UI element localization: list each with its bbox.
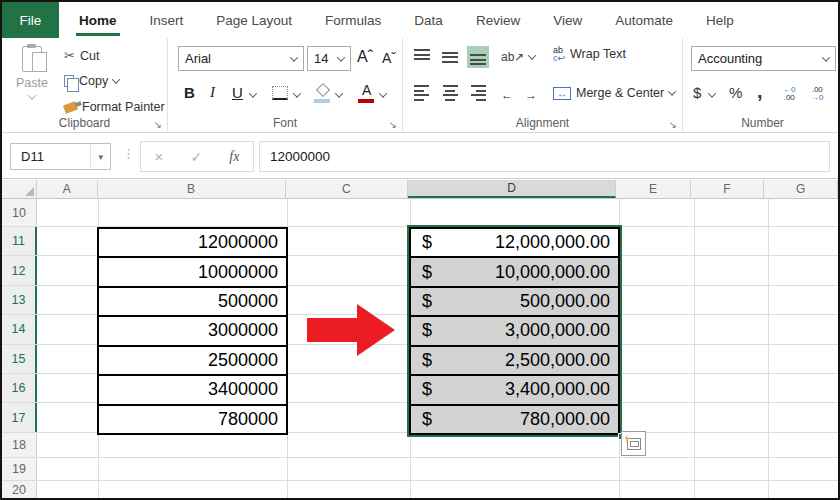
- amount: 3,000,000.00: [505, 320, 610, 341]
- cell-d16[interactable]: $ 3,400,000.00: [411, 376, 618, 405]
- row-header-18[interactable]: 18: [2, 433, 37, 457]
- borders-chevron-icon[interactable]: [293, 89, 301, 97]
- currency-format-button[interactable]: $: [693, 84, 701, 101]
- cell-b11[interactable]: 12000000: [99, 229, 286, 258]
- row-19-cells[interactable]: [37, 458, 838, 480]
- cell-b12[interactable]: 10000000: [99, 258, 286, 287]
- cell-d12[interactable]: $ 10,000,000.00: [411, 258, 618, 287]
- decrease-indent-button[interactable]: ←: [501, 88, 513, 102]
- tab-review[interactable]: Review: [463, 2, 533, 38]
- currency-symbol: $: [422, 291, 432, 312]
- tab-view[interactable]: View: [540, 2, 595, 38]
- confirm-entry-icon[interactable]: ✓: [190, 149, 202, 165]
- font-dialog-launcher[interactable]: ↘: [389, 119, 397, 130]
- cell-b17[interactable]: 780000: [99, 406, 286, 433]
- row-header-13[interactable]: 13: [2, 286, 37, 314]
- italic-button[interactable]: I: [210, 84, 215, 101]
- cell-b13[interactable]: 500000: [99, 288, 286, 317]
- column-header-a[interactable]: A: [37, 180, 98, 198]
- orientation-icon: ab↗: [501, 50, 524, 64]
- tab-formulas[interactable]: Formulas: [312, 2, 394, 38]
- cell-d11[interactable]: $ 12,000,000.00: [411, 229, 618, 258]
- formula-bar-resize-dots-icon[interactable]: ⋮: [122, 146, 135, 161]
- underline-button[interactable]: U: [232, 84, 243, 101]
- tab-file[interactable]: File: [2, 2, 59, 38]
- clipboard-dialog-launcher[interactable]: ↘: [154, 119, 162, 130]
- tab-insert[interactable]: Insert: [137, 2, 197, 38]
- tab-page-layout[interactable]: Page Layout: [203, 2, 305, 38]
- decrease-font-size-button[interactable]: Aˇ: [382, 50, 396, 66]
- align-top-button[interactable]: [411, 46, 433, 68]
- row-header-20[interactable]: 20: [2, 481, 37, 500]
- align-left-button[interactable]: [411, 82, 433, 104]
- row-10-cells[interactable]: [37, 199, 838, 226]
- bold-button[interactable]: B: [184, 84, 195, 101]
- tab-automate[interactable]: Automate: [602, 2, 686, 38]
- row-header-11[interactable]: 11: [2, 227, 37, 255]
- select-all-corner[interactable]: [2, 180, 37, 198]
- cancel-entry-icon[interactable]: ×: [155, 148, 164, 165]
- align-right-button[interactable]: [467, 82, 489, 104]
- row-header-19[interactable]: 19: [2, 458, 37, 480]
- increase-indent-button[interactable]: →: [525, 88, 537, 102]
- column-header-f[interactable]: F: [691, 180, 765, 198]
- name-box-dropdown-icon[interactable]: ▾: [90, 144, 110, 169]
- align-middle-button[interactable]: [439, 46, 461, 68]
- column-header-c[interactable]: C: [286, 180, 408, 198]
- cell-b14[interactable]: 3000000: [99, 317, 286, 346]
- percent-format-button[interactable]: %: [729, 84, 742, 101]
- cell-d15[interactable]: $ 2,500,000.00: [411, 347, 618, 376]
- column-header-g[interactable]: G: [764, 180, 838, 198]
- alignment-dialog-launcher[interactable]: ↘: [669, 119, 677, 130]
- decrease-decimal-button[interactable]: .00→0: [811, 86, 823, 102]
- copy-button[interactable]: Copy: [64, 74, 119, 88]
- merge-center-button[interactable]: ↔ Merge & Center: [553, 86, 675, 100]
- cut-button[interactable]: ✂ Cut: [64, 48, 99, 63]
- format-painter-button[interactable]: Format Painter: [64, 100, 165, 114]
- insert-function-icon[interactable]: fx: [229, 149, 239, 165]
- lightning-icon: [625, 435, 630, 443]
- align-center-button[interactable]: [439, 82, 461, 104]
- comma-format-button[interactable]: ,: [757, 80, 763, 103]
- orientation-button[interactable]: ab↗: [501, 50, 535, 64]
- row-20-cells[interactable]: [37, 481, 838, 500]
- quick-analysis-icon: [627, 438, 641, 450]
- cell-b15[interactable]: 2500000: [99, 347, 286, 376]
- row-header-12[interactable]: 12: [2, 256, 37, 284]
- cell-d14[interactable]: $ 3,000,000.00: [411, 317, 618, 346]
- paste-button[interactable]: Paste: [8, 43, 56, 123]
- number-format-select[interactable]: Accounting: [691, 46, 836, 71]
- name-box[interactable]: D11 ▾: [10, 143, 111, 170]
- tab-home[interactable]: Home: [66, 2, 130, 38]
- align-bottom-button[interactable]: [467, 46, 489, 68]
- cell-d13[interactable]: $ 500,000.00: [411, 288, 618, 317]
- tab-data[interactable]: Data: [401, 2, 456, 38]
- row-header-14[interactable]: 14: [2, 315, 37, 343]
- red-arrow-shape: [307, 304, 395, 356]
- font-color-chevron-icon[interactable]: [379, 89, 387, 97]
- borders-button[interactable]: [272, 86, 288, 100]
- column-header-e[interactable]: E: [616, 180, 691, 198]
- cell-b16[interactable]: 3400000: [99, 376, 286, 405]
- font-name-select[interactable]: Arial: [178, 46, 304, 71]
- column-header-d[interactable]: D: [408, 180, 616, 198]
- font-size-select[interactable]: 14: [307, 46, 351, 71]
- currency-chevron-icon[interactable]: [708, 89, 716, 97]
- fill-color-chevron-icon[interactable]: [335, 89, 343, 97]
- row-10: 10: [2, 199, 838, 227]
- row-header-10[interactable]: 10: [2, 199, 37, 226]
- row-header-15[interactable]: 15: [2, 345, 37, 373]
- fill-color-button[interactable]: [316, 83, 330, 97]
- increase-decimal-button[interactable]: ←0.00: [783, 86, 795, 102]
- wrap-text-button[interactable]: abc↩ Wrap Text: [553, 46, 626, 62]
- font-color-button[interactable]: A: [362, 82, 371, 98]
- column-header-b[interactable]: B: [98, 180, 286, 198]
- increase-font-size-button[interactable]: Aˆ: [357, 48, 373, 66]
- cell-d17[interactable]: $ 780,000.00: [411, 406, 618, 433]
- tab-help[interactable]: Help: [693, 2, 747, 38]
- row-header-16[interactable]: 16: [2, 374, 37, 402]
- formula-input[interactable]: 12000000: [259, 141, 830, 172]
- row-header-17[interactable]: 17: [2, 403, 37, 431]
- underline-chevron-icon[interactable]: [249, 89, 257, 97]
- quick-analysis-button[interactable]: [621, 431, 646, 456]
